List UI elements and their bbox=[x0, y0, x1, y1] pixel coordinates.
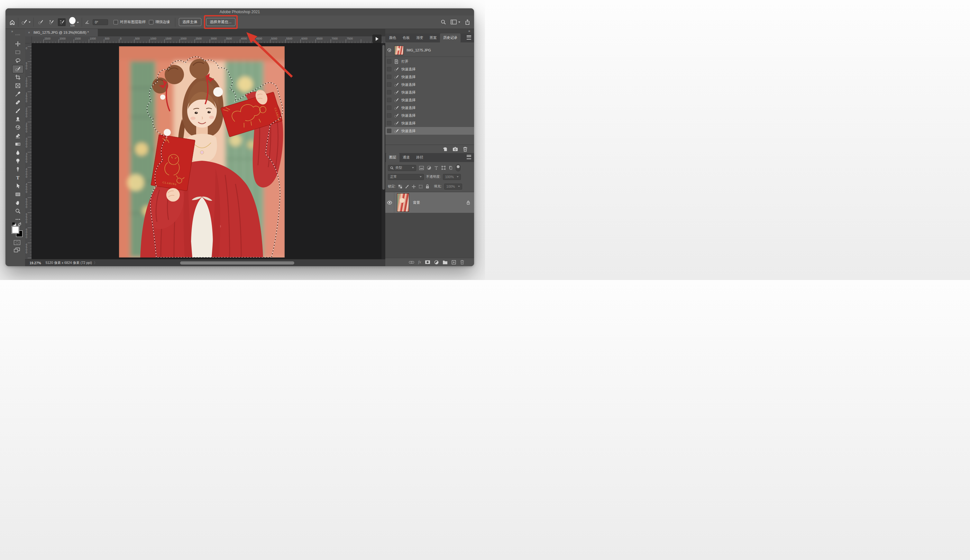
add-layer-mask-icon[interactable] bbox=[425, 260, 430, 264]
snapshot-thumbnail[interactable] bbox=[394, 46, 404, 55]
fill-select[interactable]: 100% bbox=[444, 183, 462, 190]
history-panel-collapse-button[interactable] bbox=[372, 35, 381, 43]
history-item-selected[interactable]: 快速选择 bbox=[385, 127, 474, 135]
tab-color[interactable]: 颜色 bbox=[386, 33, 399, 42]
canvas-area[interactable]: CLARINS CLARINS bbox=[32, 43, 385, 259]
type-tool[interactable]: T bbox=[15, 175, 20, 180]
horizontal-ruler[interactable]: 2500 2000 1500 1000 500 0 500 1000 1500 … bbox=[25, 36, 385, 43]
layer-thumbnail[interactable] bbox=[397, 193, 409, 212]
lasso-tool[interactable] bbox=[15, 58, 20, 63]
sample-all-layers-checkbox[interactable] bbox=[114, 20, 118, 25]
crop-tool[interactable] bbox=[15, 75, 20, 80]
link-layers-icon[interactable] bbox=[409, 261, 414, 264]
delete-state-trash-icon[interactable] bbox=[463, 147, 467, 152]
tab-channels[interactable]: 通道 bbox=[399, 153, 413, 162]
filter-shape-layers-icon[interactable] bbox=[441, 165, 446, 170]
toolbar-collapse-toggle[interactable]: » bbox=[11, 30, 13, 33]
history-brush-tool[interactable] bbox=[15, 125, 20, 130]
foreground-color-swatch[interactable] bbox=[12, 226, 19, 233]
rectangle-shape-tool[interactable] bbox=[15, 192, 20, 197]
lock-transparency-icon[interactable] bbox=[398, 185, 402, 189]
eyedropper-tool[interactable] bbox=[15, 91, 20, 97]
lock-all-icon[interactable] bbox=[426, 184, 429, 189]
rectangular-marquee-tool[interactable] bbox=[15, 50, 20, 55]
delete-layer-trash-icon[interactable] bbox=[460, 260, 464, 265]
tab-close-icon[interactable]: × bbox=[28, 29, 30, 36]
window-titlebar[interactable]: Adobe Photoshop 2021 bbox=[5, 8, 474, 16]
frame-tool[interactable] bbox=[15, 83, 20, 88]
new-document-from-state-icon[interactable] bbox=[442, 147, 448, 152]
history-item[interactable]: 快速选择 bbox=[385, 88, 474, 96]
tool-preset-picker[interactable] bbox=[21, 19, 30, 25]
layer-name[interactable]: 背景 bbox=[413, 200, 420, 205]
history-source-checkbox[interactable] bbox=[387, 98, 391, 102]
vertical-scrollbar[interactable] bbox=[381, 43, 385, 259]
subtract-from-selection-mode-button[interactable] bbox=[58, 18, 66, 26]
filter-type-layers-icon[interactable] bbox=[434, 166, 438, 170]
history-source-checkbox[interactable] bbox=[387, 121, 391, 125]
panel-menu-icon[interactable] bbox=[467, 155, 471, 159]
search-icon[interactable] bbox=[441, 19, 446, 25]
dock-collapse-toggle[interactable]: » bbox=[468, 29, 470, 33]
horizontal-scrollbar-thumb[interactable] bbox=[180, 262, 294, 265]
new-snapshot-camera-icon[interactable] bbox=[452, 147, 458, 152]
vertical-ruler[interactable]: 0 500 1000 1500 2000 2500 3000 3500 4000… bbox=[25, 43, 32, 259]
history-item[interactable]: 快速选择 bbox=[385, 104, 474, 112]
home-button[interactable] bbox=[9, 19, 15, 25]
new-group-folder-icon[interactable] bbox=[442, 260, 448, 264]
select-and-mask-button[interactable]: 选择并遮住... bbox=[206, 18, 235, 26]
lock-position-icon[interactable] bbox=[412, 185, 416, 189]
layer-visibility-cell[interactable] bbox=[385, 192, 394, 213]
filter-adjustment-layers-icon[interactable] bbox=[427, 165, 431, 170]
pen-tool[interactable] bbox=[15, 167, 20, 172]
history-item[interactable]: 快速选择 bbox=[385, 81, 474, 88]
new-layer-icon[interactable] bbox=[452, 260, 456, 265]
layer-row-background[interactable]: 背景 bbox=[385, 192, 474, 213]
eraser-tool[interactable] bbox=[15, 133, 20, 138]
healing-brush-tool[interactable] bbox=[15, 100, 20, 105]
lock-image-icon[interactable] bbox=[405, 185, 409, 189]
quick-mask-button[interactable] bbox=[14, 240, 20, 245]
zoom-level-field[interactable]: 19.27% bbox=[30, 261, 41, 265]
path-selection-tool[interactable] bbox=[15, 183, 20, 189]
history-item[interactable]: 快速选择 bbox=[385, 96, 474, 104]
select-subject-button[interactable]: 选择主体 bbox=[179, 18, 201, 26]
panel-menu-icon[interactable] bbox=[467, 35, 471, 40]
history-item[interactable]: 快速选择 bbox=[385, 119, 474, 127]
enhance-edge-checkbox[interactable] bbox=[149, 20, 154, 25]
history-item-open[interactable]: 打开 bbox=[385, 58, 474, 65]
history-source-icon[interactable] bbox=[387, 48, 392, 53]
vertical-scrollbar-thumb[interactable] bbox=[382, 45, 385, 190]
history-source-checkbox[interactable] bbox=[387, 113, 391, 118]
lock-artboard-icon[interactable] bbox=[418, 185, 423, 189]
status-expand-icon[interactable]: 〉 bbox=[94, 261, 97, 265]
history-source-checkbox[interactable] bbox=[387, 90, 391, 95]
filter-toggle-switch[interactable] bbox=[456, 164, 461, 171]
screen-mode-button[interactable] bbox=[14, 248, 20, 254]
toolbar-grip[interactable] bbox=[15, 34, 20, 35]
tab-gradients[interactable]: 渐变 bbox=[413, 33, 426, 42]
blur-tool[interactable] bbox=[15, 150, 20, 155]
layer-effects-icon[interactable]: fx bbox=[418, 260, 421, 265]
angle-input[interactable]: 0° bbox=[93, 19, 108, 25]
workspace-switcher[interactable] bbox=[451, 20, 460, 25]
add-to-selection-mode-button[interactable] bbox=[47, 18, 55, 26]
history-item[interactable]: 快速选择 bbox=[385, 112, 474, 119]
layer-filter-type-select[interactable]: 类型 bbox=[388, 165, 416, 171]
tab-patterns[interactable]: 图案 bbox=[426, 33, 440, 42]
history-item[interactable]: 快速选择 bbox=[385, 65, 474, 73]
tab-swatches[interactable]: 色板 bbox=[399, 33, 413, 42]
add-adjustment-layer-icon[interactable] bbox=[434, 260, 439, 265]
clone-stamp-tool[interactable] bbox=[15, 117, 20, 122]
gradient-tool[interactable] bbox=[15, 142, 20, 147]
tab-paths[interactable]: 路径 bbox=[413, 153, 426, 162]
history-source-checkbox[interactable] bbox=[387, 82, 391, 87]
brush-tool[interactable] bbox=[15, 108, 20, 113]
layer-lock-icon[interactable] bbox=[466, 200, 470, 205]
filter-smart-objects-icon[interactable] bbox=[449, 165, 453, 170]
dodge-tool[interactable] bbox=[15, 158, 20, 163]
document-tab[interactable]: × IMG_1275.JPG @ 19.3%(RGB/8) * bbox=[25, 29, 98, 36]
move-tool[interactable] bbox=[15, 41, 20, 47]
history-source-checkbox[interactable] bbox=[387, 105, 391, 110]
history-source-checkbox[interactable] bbox=[387, 75, 391, 79]
